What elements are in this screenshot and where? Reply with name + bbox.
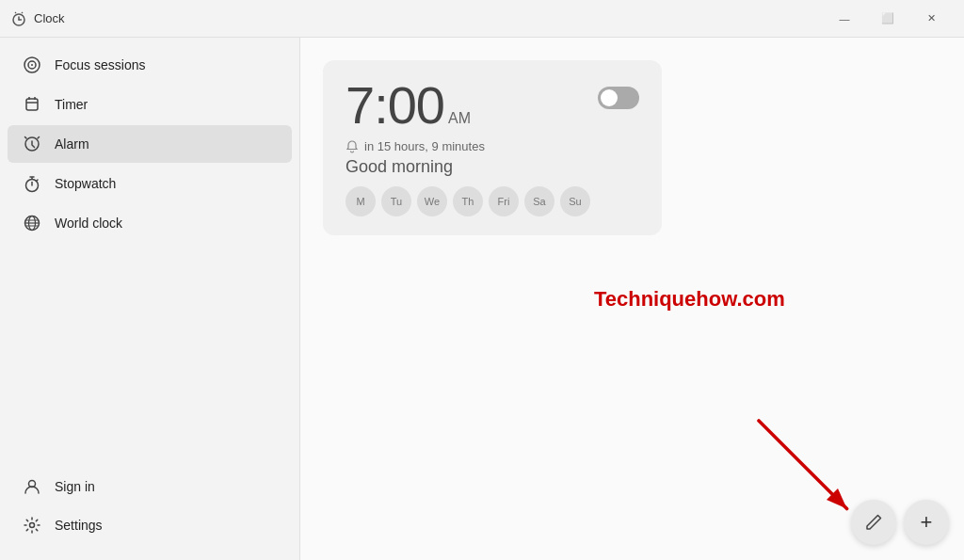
signin-label: Sign in xyxy=(55,479,95,494)
day-monday[interactable]: M xyxy=(345,186,376,216)
day-wednesday[interactable]: We xyxy=(417,186,447,216)
alarm-time-display: 7:00AM xyxy=(345,79,471,132)
arrow-annotation xyxy=(747,409,860,522)
svg-line-3 xyxy=(15,12,16,13)
minimize-button[interactable]: — xyxy=(823,4,866,34)
svg-rect-8 xyxy=(26,99,38,110)
main-layout: Focus sessions Timer Alar xyxy=(0,38,964,560)
sidebar-item-timer[interactable]: Timer xyxy=(8,86,292,123)
day-sunday[interactable]: Su xyxy=(560,186,590,216)
action-buttons: + xyxy=(851,500,949,545)
svg-line-16 xyxy=(37,180,39,182)
worldclock-label: World clock xyxy=(55,216,122,231)
timer-icon xyxy=(23,95,41,114)
add-button[interactable]: + xyxy=(904,500,949,545)
settings-icon xyxy=(23,516,41,535)
day-tuesday[interactable]: Tu xyxy=(381,186,411,216)
content-area: 7:00AM in 15 hours, 9 minutes Good morni… xyxy=(299,38,964,560)
close-button[interactable]: ✕ xyxy=(909,4,953,34)
svg-line-4 xyxy=(22,12,23,13)
sidebar-item-alarm[interactable]: Alarm xyxy=(8,125,292,163)
timer-label: Timer xyxy=(55,97,88,112)
focus-label: Focus sessions xyxy=(55,57,145,72)
signin-icon xyxy=(23,477,41,496)
edit-button[interactable] xyxy=(851,500,896,545)
focus-icon xyxy=(23,56,41,74)
alarm-time: 7:00 xyxy=(345,75,444,135)
watermark: Techniquehow.com xyxy=(594,287,785,312)
alarm-card: 7:00AM in 15 hours, 9 minutes Good morni… xyxy=(323,60,662,235)
app-title: Clock xyxy=(34,11,823,25)
day-thursday[interactable]: Th xyxy=(453,186,483,216)
stopwatch-icon xyxy=(23,174,41,193)
alarm-label: Alarm xyxy=(55,136,89,152)
settings-label: Settings xyxy=(55,518,103,533)
titlebar: Clock — ⬜ ✕ xyxy=(0,0,964,38)
svg-point-7 xyxy=(31,64,33,66)
app-icon xyxy=(11,11,26,26)
alarm-days: M Tu We Th Fri Sa Su xyxy=(345,186,639,216)
alarm-time-row: 7:00AM xyxy=(345,79,639,132)
bell-small-icon xyxy=(345,140,359,153)
sidebar-item-worldclock[interactable]: World clock xyxy=(8,204,292,242)
day-saturday[interactable]: Sa xyxy=(524,186,554,216)
sidebar-bottom: Sign in Settings xyxy=(0,467,299,552)
alarm-notify-text: in 15 hours, 9 minutes xyxy=(364,139,485,153)
sidebar-item-focus[interactable]: Focus sessions xyxy=(8,46,292,84)
window-controls: — ⬜ ✕ xyxy=(823,4,953,34)
edit-icon xyxy=(864,513,883,532)
sidebar: Focus sessions Timer Alar xyxy=(0,38,299,560)
sidebar-item-signin[interactable]: Sign in xyxy=(8,468,292,505)
add-icon: + xyxy=(921,512,933,533)
day-friday[interactable]: Fri xyxy=(489,186,519,216)
alarm-notify: in 15 hours, 9 minutes xyxy=(345,139,639,153)
sidebar-item-settings[interactable]: Settings xyxy=(8,506,292,544)
stopwatch-label: Stopwatch xyxy=(55,176,116,191)
alarm-toggle[interactable] xyxy=(598,87,639,109)
alarm-icon xyxy=(23,135,41,153)
sidebar-item-stopwatch[interactable]: Stopwatch xyxy=(8,165,292,202)
alarm-period: AM xyxy=(448,110,471,127)
alarm-greeting: Good morning xyxy=(345,157,639,177)
maximize-button[interactable]: ⬜ xyxy=(866,4,909,34)
worldclock-icon xyxy=(23,214,41,232)
svg-point-23 xyxy=(30,523,35,528)
